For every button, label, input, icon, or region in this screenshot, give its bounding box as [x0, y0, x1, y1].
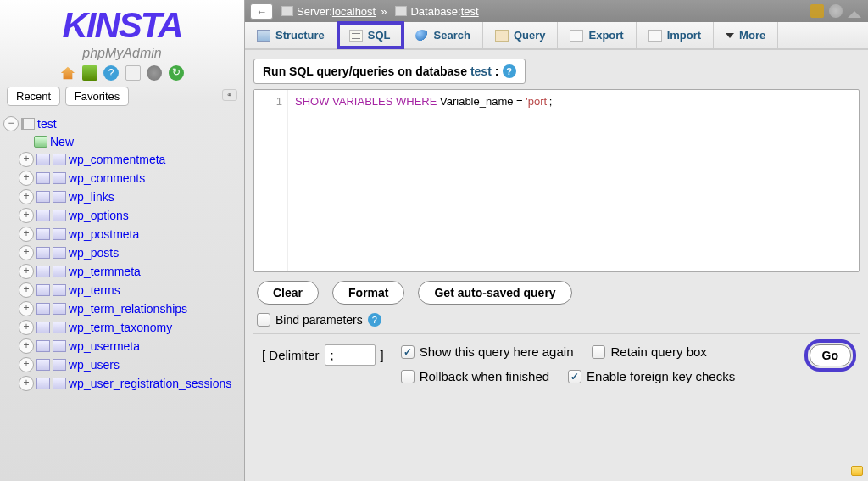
retain-option[interactable]: Retain query box [592, 344, 706, 359]
back-button[interactable]: ← [250, 3, 273, 20]
sql-panel: Run SQL query/queries on database test :… [245, 49, 868, 481]
table-node[interactable]: +wp_user_registration_sessions [0, 374, 244, 393]
table-node[interactable]: +wp_term_taxonomy [0, 318, 244, 337]
table-link[interactable]: wp_term_relationships [69, 302, 187, 316]
table-link[interactable]: wp_posts [69, 246, 119, 260]
tab-sql[interactable]: SQL [337, 22, 403, 48]
sql-code[interactable]: SHOW VARIABLES WHERE Variable_name = 'po… [288, 90, 859, 271]
db-link[interactable]: test [461, 5, 479, 18]
expand-toggle[interactable]: + [19, 245, 34, 260]
docs-icon[interactable] [125, 65, 141, 81]
checkbox-icon[interactable] [401, 370, 415, 383]
table-node[interactable]: +wp_links [0, 187, 244, 206]
tab-structure[interactable]: Structure [245, 22, 337, 48]
structure-icon [257, 30, 270, 42]
collapse-toggle[interactable]: − [3, 116, 19, 131]
clear-button[interactable]: Clear [257, 281, 319, 305]
table-node[interactable]: +wp_termmeta [0, 262, 244, 281]
db-node[interactable]: − test [0, 115, 244, 133]
format-button[interactable]: Format [332, 281, 404, 305]
console-toggle-icon[interactable] [851, 466, 863, 476]
settings-icon[interactable] [147, 65, 162, 81]
database-icon [395, 6, 407, 16]
page-settings-icon[interactable] [829, 4, 843, 18]
table-link[interactable]: wp_options [69, 209, 129, 222]
expand-toggle[interactable]: + [19, 282, 34, 298]
tab-search[interactable]: Search [403, 22, 483, 48]
sql-editor[interactable]: 1 SHOW VARIABLES WHERE Variable_name = '… [253, 89, 860, 272]
help-icon[interactable]: ? [503, 64, 516, 78]
expand-toggle[interactable]: + [19, 320, 34, 335]
table-link[interactable]: wp_links [69, 190, 114, 204]
expand-toggle[interactable]: + [19, 227, 34, 242]
new-label[interactable]: New [50, 135, 74, 148]
table-icon [36, 154, 50, 165]
table-node[interactable]: +wp_postmeta [0, 225, 244, 243]
expand-toggle[interactable]: + [19, 171, 34, 186]
table-node[interactable]: +wp_posts [0, 243, 244, 262]
help-icon[interactable]: ? [103, 65, 119, 81]
expand-toggle[interactable]: + [19, 338, 34, 354]
table-link[interactable]: wp_term_taxonomy [69, 321, 172, 334]
go-button[interactable]: Go [810, 344, 851, 366]
breadcrumb: ← Server: localhost » Database: test [245, 0, 868, 22]
checkbox-icon[interactable] [401, 345, 415, 359]
table-icon [36, 303, 50, 315]
table-link[interactable]: wp_comments [69, 171, 145, 185]
lock-icon[interactable] [810, 4, 824, 18]
table-node[interactable]: +wp_users [0, 355, 244, 374]
go-top-icon[interactable] [848, 4, 861, 18]
table-node[interactable]: +wp_comments [0, 169, 244, 187]
new-table-node[interactable]: New [0, 133, 244, 150]
favorites-tab[interactable]: Favorites [65, 87, 129, 106]
help-icon[interactable]: ? [368, 313, 381, 327]
tab-query[interactable]: Query [483, 22, 559, 48]
table-link[interactable]: wp_commentmeta [69, 153, 165, 166]
expand-toggle[interactable]: + [19, 301, 34, 316]
panel-db-link[interactable]: test [470, 64, 492, 78]
table-link[interactable]: wp_users [69, 358, 120, 372]
table-link[interactable]: wp_termmeta [69, 265, 141, 278]
tab-import[interactable]: Import [637, 22, 714, 48]
table-node[interactable]: +wp_options [0, 206, 244, 225]
recent-tab[interactable]: Recent [7, 87, 60, 106]
checkbox-icon[interactable] [568, 370, 581, 383]
show-again-option[interactable]: Show this query here again [401, 344, 574, 359]
reload-icon[interactable] [169, 65, 184, 81]
brand-logo: KINSTA [0, 5, 244, 46]
table-link[interactable]: wp_usermeta [69, 339, 140, 353]
bind-params-label: Bind parameters [275, 313, 363, 327]
table-node[interactable]: +wp_term_relationships [0, 299, 244, 318]
db-name[interactable]: test [37, 117, 57, 131]
fk-option[interactable]: Enable foreign key checks [568, 369, 735, 383]
logout-icon[interactable] [82, 65, 97, 81]
tab-more[interactable]: More [714, 22, 778, 48]
collapse-icon[interactable]: ⚭ [222, 89, 237, 101]
line-gutter: 1 [254, 90, 288, 271]
autosaved-button[interactable]: Get auto-saved query [418, 281, 571, 305]
logo-area: KINSTA phpMyAdmin [0, 0, 244, 63]
table-node[interactable]: +wp_commentmeta [0, 150, 244, 169]
table-link[interactable]: wp_user_registration_sessions [69, 377, 231, 390]
bind-params-row: Bind parameters ? [253, 313, 860, 333]
expand-toggle[interactable]: + [19, 208, 34, 223]
expand-toggle[interactable]: + [19, 357, 34, 372]
table-link[interactable]: wp_terms [69, 283, 120, 297]
tab-export[interactable]: Export [558, 22, 636, 48]
expand-toggle[interactable]: + [19, 152, 34, 167]
table-link[interactable]: wp_postmeta [69, 227, 139, 241]
table-node[interactable]: +wp_usermeta [0, 337, 244, 355]
home-icon[interactable] [60, 65, 75, 81]
checkbox-icon[interactable] [592, 345, 605, 359]
chevron-down-icon [726, 33, 734, 38]
delimiter-input[interactable] [325, 344, 376, 366]
expand-toggle[interactable]: + [19, 189, 34, 204]
rollback-option[interactable]: Rollback when finished [401, 369, 549, 383]
expand-toggle[interactable]: + [19, 376, 34, 391]
table-icon [53, 303, 66, 315]
server-link[interactable]: localhost [332, 5, 376, 18]
server-icon [281, 6, 293, 16]
bind-params-checkbox[interactable] [257, 313, 270, 327]
expand-toggle[interactable]: + [19, 264, 34, 279]
table-node[interactable]: +wp_terms [0, 281, 244, 299]
